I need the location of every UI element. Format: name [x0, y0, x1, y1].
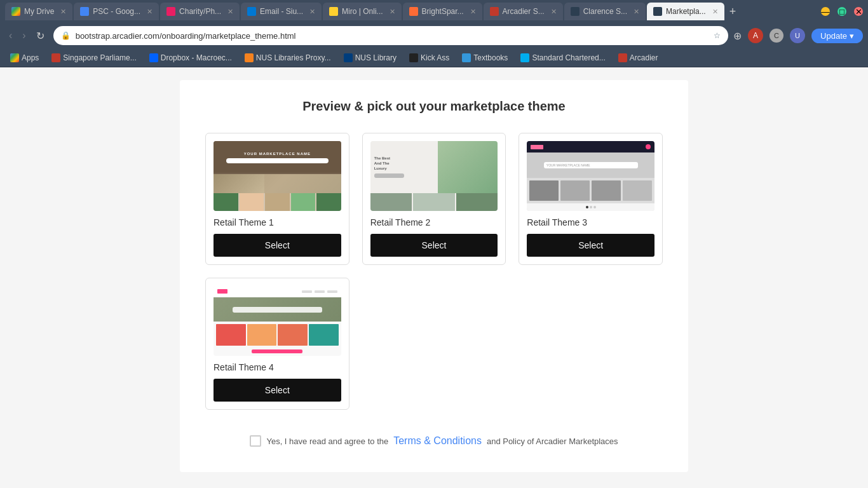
tab-close-icon[interactable]: ✕	[147, 8, 153, 16]
tab-close-icon[interactable]: ✕	[551, 8, 557, 16]
theme-preview-4	[214, 286, 341, 356]
bookmark-label: Arcadier	[630, 53, 658, 62]
terms-row: Yes, I have read and agree to the Terms …	[205, 429, 663, 453]
tab-favicon-arcadier	[490, 7, 499, 16]
theme-preview-1: YOUR MARKETPLACE NAME	[214, 141, 341, 211]
tab-favicon-drive	[11, 7, 20, 16]
lock-icon: 🔒	[61, 31, 71, 40]
tab-label: Arcadier S...	[503, 7, 545, 16]
page-inner: Preview & pick out your marketplace them…	[180, 80, 688, 472]
bookmark-label: Standard Chartered...	[532, 53, 605, 62]
bookmark-standard-chartered[interactable]: Standard Chartered...	[515, 52, 610, 64]
chrome-icon[interactable]: C	[770, 29, 783, 43]
theme-name-1: Retail Theme 1	[214, 217, 341, 227]
select-button-theme3[interactable]: Select	[527, 234, 654, 257]
navigation-bar: ‹ › ↻ 🔒 bootstrap.arcadier.com/onboardin…	[0, 23, 868, 48]
bookmark-textbooks[interactable]: Textbooks	[457, 52, 513, 64]
tab-label: BrightSpar...	[422, 7, 464, 16]
bookmark-nus-library[interactable]: NUS Library	[339, 52, 402, 64]
tab-my-drive[interactable]: My Drive ✕	[5, 3, 72, 20]
tabs-container: My Drive ✕ PSC - Goog... ✕ Charity/Ph...…	[5, 3, 740, 20]
tab-close-icon[interactable]: ✕	[634, 8, 639, 16]
tab-bright[interactable]: BrightSpar... ✕	[403, 3, 482, 20]
profile-icon[interactable]: A	[748, 28, 763, 43]
select-button-theme4[interactable]: Select	[214, 379, 341, 402]
new-tab-button[interactable]: +	[726, 5, 740, 18]
back-button[interactable]: ‹	[5, 29, 16, 43]
tab-close-icon[interactable]: ✕	[390, 8, 395, 16]
bookmark-singapore[interactable]: Singapore Parliame...	[46, 52, 141, 64]
bookmark-favicon-arcadier	[618, 53, 627, 62]
theme-name-4: Retail Theme 4	[214, 362, 341, 372]
theme-preview-3: YOUR MARKETPLACE NAME	[527, 141, 654, 211]
bookmark-favicon-sc	[520, 53, 529, 62]
themes-grid-top: YOUR MARKETPLACE NAME	[205, 133, 663, 265]
account-icon[interactable]: U	[790, 28, 805, 43]
select-button-theme2[interactable]: Select	[370, 234, 498, 257]
bookmark-apps[interactable]: Apps	[5, 52, 44, 64]
bookmark-favicon-nus-library	[344, 53, 353, 62]
tab-miro[interactable]: Miro | Onli... ✕	[323, 3, 401, 20]
tab-close-icon[interactable]: ✕	[470, 8, 476, 16]
theme-card-2: The BestAnd TheLuxury	[362, 133, 506, 265]
close-button[interactable]: ✕	[854, 7, 863, 16]
reload-button[interactable]: ↻	[32, 29, 48, 43]
terms-text-before: Yes, I have read and agree to the	[266, 437, 388, 446]
tab-favicon-bright	[409, 7, 418, 16]
theme-card-1: YOUR MARKETPLACE NAME	[205, 133, 349, 265]
url-text: bootstrap.arcadier.com/onboarding/market…	[76, 31, 709, 41]
terms-checkbox[interactable]	[250, 435, 261, 447]
bookmark-favicon-textbooks	[462, 53, 471, 62]
tab-close-icon[interactable]: ✕	[309, 8, 315, 16]
tab-close-icon[interactable]: ✕	[712, 8, 718, 16]
tab-favicon-marketplace	[653, 7, 662, 16]
bookmark-label: Apps	[22, 53, 39, 62]
tab-psc[interactable]: PSC - Goog... ✕	[74, 3, 159, 20]
nav-right-icons: ⊕ A C U Update ▾	[733, 28, 863, 43]
terms-link[interactable]: Terms & Conditions	[393, 435, 482, 447]
bookmark-favicon-kickass	[409, 53, 418, 62]
themes-grid-bottom: Retail Theme 4 Select	[205, 278, 663, 410]
bookmark-arcadier[interactable]: Arcadier	[613, 52, 663, 64]
tab-favicon-clarence	[571, 7, 580, 16]
forward-button[interactable]: ›	[18, 29, 29, 43]
address-bar[interactable]: 🔒 bootstrap.arcadier.com/onboarding/mark…	[53, 26, 728, 45]
tab-charity[interactable]: Charity/Ph... ✕	[160, 3, 240, 20]
star-icon[interactable]: ☆	[714, 31, 721, 40]
maximize-button[interactable]: □	[837, 7, 846, 16]
tab-marketplace[interactable]: Marketpla... ✕	[647, 3, 724, 20]
bookmark-label: NUS Libraries Proxy...	[256, 53, 331, 62]
theme-name-2: Retail Theme 2	[370, 217, 498, 227]
bookmark-favicon-apps	[10, 53, 19, 62]
tab-favicon-charity	[166, 7, 175, 16]
bookmark-label: Singapore Parliame...	[63, 53, 136, 62]
tab-close-icon[interactable]: ✕	[60, 8, 66, 16]
bookmarks-bar: Apps Singapore Parliame... Dropbox - Mac…	[0, 48, 868, 67]
minimize-button[interactable]: —	[821, 7, 830, 16]
page-title: Preview & pick out your marketplace them…	[205, 99, 663, 114]
terms-text-after: and Policy of Arcadier Marketplaces	[487, 437, 618, 446]
tab-close-icon[interactable]: ✕	[227, 8, 233, 16]
extensions-icon[interactable]: ⊕	[733, 30, 742, 42]
bookmark-kickass[interactable]: Kick Ass	[404, 52, 454, 64]
tab-arcadier[interactable]: Arcadier S... ✕	[484, 3, 563, 20]
chevron-down-icon: ▾	[850, 31, 854, 41]
tab-email[interactable]: Email - Siu... ✕	[241, 3, 322, 20]
page-content: Preview & pick out your marketplace them…	[0, 67, 868, 488]
tab-label: Email - Siu...	[260, 7, 303, 16]
update-button[interactable]: Update ▾	[811, 29, 863, 43]
select-button-theme1[interactable]: Select	[214, 234, 341, 257]
theme-name-3: Retail Theme 3	[527, 217, 654, 227]
theme-card-3: YOUR MARKETPLACE NAME	[519, 133, 663, 265]
tab-label: Clarence S...	[583, 7, 627, 16]
tab-clarence[interactable]: Clarence S... ✕	[564, 3, 646, 20]
bookmark-dropbox[interactable]: Dropbox - Macroec...	[144, 52, 237, 64]
theme-preview-2: The BestAnd TheLuxury	[370, 141, 498, 211]
bookmark-favicon-nus-proxy	[245, 53, 254, 62]
tab-favicon-psc	[80, 7, 89, 16]
bookmark-nus-proxy[interactable]: NUS Libraries Proxy...	[240, 52, 336, 64]
window-controls: — □ ✕	[821, 7, 863, 16]
bookmark-label: Kick Ass	[421, 53, 449, 62]
bookmark-favicon-dropbox	[149, 53, 158, 62]
update-label: Update	[820, 31, 847, 41]
